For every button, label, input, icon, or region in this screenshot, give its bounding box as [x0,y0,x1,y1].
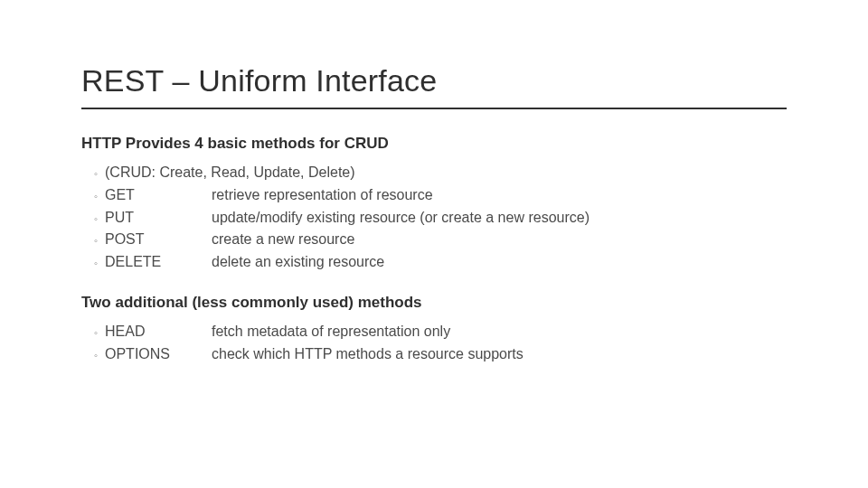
method-desc: update/modify existing resource (or crea… [212,207,787,230]
method-name: GET [105,184,212,207]
method-name: OPTIONS [105,343,212,366]
slide-title: REST – Uniform Interface [81,63,787,99]
method-name: DELETE [105,251,212,274]
title-rule [81,108,787,109]
list-item: ◦ HEAD fetch metadata of representation … [81,321,787,343]
method-desc: delete an existing resource [212,251,787,274]
section-heading: Two additional (less commonly used) meth… [81,294,787,312]
method-name: PUT [105,207,212,230]
list-item: ◦ PUT update/modify existing resource (o… [81,207,787,230]
method-desc: check which HTTP methods a resource supp… [212,343,787,366]
bullet-icon: ◦ [94,210,105,229]
list-item: ◦ DELETE delete an existing resource [81,251,787,274]
list-item: ◦ POST create a new resource [81,229,787,251]
bullet-icon: ◦ [94,346,105,365]
method-name: HEAD [105,321,212,343]
section-crud: HTTP Provides 4 basic methods for CRUD ◦… [81,135,787,274]
section-heading: HTTP Provides 4 basic methods for CRUD [81,135,787,153]
list-item: ◦ (CRUD: Create, Read, Update, Delete) [81,162,787,184]
bullet-icon: ◦ [94,324,105,343]
bullet-icon: ◦ [94,187,105,206]
bullet-icon: ◦ [94,231,105,250]
method-desc: retrieve representation of resource [212,184,787,207]
list-item-text: (CRUD: Create, Read, Update, Delete) [105,162,787,184]
method-desc: fetch metadata of representation only [212,321,787,343]
list-item: ◦ OPTIONS check which HTTP methods a res… [81,343,787,366]
method-desc: create a new resource [212,229,787,251]
list-item: ◦ GET retrieve representation of resourc… [81,184,787,207]
method-name: POST [105,229,212,251]
section-additional: Two additional (less commonly used) meth… [81,294,787,366]
bullet-icon: ◦ [94,164,105,183]
bullet-icon: ◦ [94,254,105,273]
slide: REST – Uniform Interface HTTP Provides 4… [0,0,868,366]
